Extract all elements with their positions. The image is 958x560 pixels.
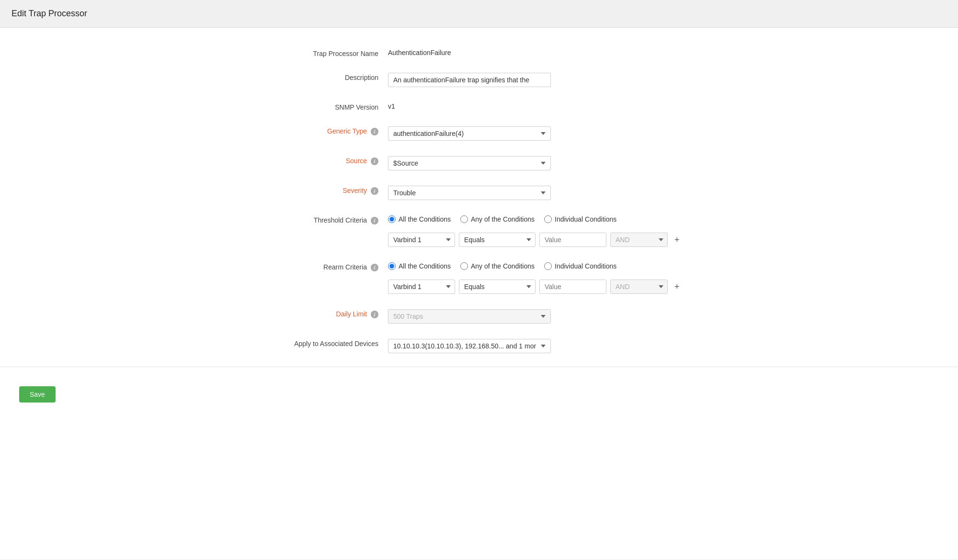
threshold-value-input[interactable] (539, 233, 606, 247)
page-title: Edit Trap Processor (11, 9, 87, 18)
threshold-criteria-row: Threshold Criteria i All the Conditions … (283, 213, 675, 247)
rearm-criteria-label: Rearm Criteria i (283, 260, 388, 271)
rearm-radio-any-input[interactable] (460, 262, 468, 270)
snmp-version-text: v1 (388, 101, 395, 110)
generic-type-info-icon[interactable]: i (371, 128, 378, 135)
rearm-radio-individual-input[interactable] (544, 262, 552, 270)
source-value[interactable]: $Source $Destination $Enterprise (388, 154, 675, 170)
threshold-radio-all-label: All the Conditions (399, 215, 451, 223)
source-select[interactable]: $Source $Destination $Enterprise (388, 156, 551, 170)
threshold-criteria-label: Threshold Criteria i (283, 213, 388, 224)
description-value[interactable] (388, 71, 675, 87)
threshold-radio-any-input[interactable] (460, 215, 468, 223)
description-input[interactable] (388, 73, 551, 87)
rearm-radio-group: All the Conditions Any of the Conditions… (388, 262, 683, 270)
rearm-criteria-inputs: Varbind 1 Equals AND + (388, 280, 683, 294)
rearm-radio-all-input[interactable] (388, 262, 396, 270)
snmp-version-row: SNMP Version v1 (283, 101, 675, 111)
rearm-radio-all[interactable]: All the Conditions (388, 262, 451, 270)
rearm-info-icon[interactable]: i (371, 264, 378, 271)
generic-type-label: Generic Type i (283, 124, 388, 135)
source-row: Source i $Source $Destination $Enterpris… (283, 154, 675, 170)
threshold-equals-select[interactable]: Equals (459, 233, 536, 247)
rearm-radio-all-label: All the Conditions (399, 262, 451, 270)
threshold-radio-individual-input[interactable] (544, 215, 552, 223)
severity-value[interactable]: Trouble Critical Major Minor Warning Inf… (388, 184, 675, 200)
threshold-and-select[interactable]: AND (610, 233, 668, 247)
severity-row: Severity i Trouble Critical Major Minor … (283, 184, 675, 200)
trap-processor-name-text: AuthenticationFailure (388, 48, 451, 56)
generic-type-value[interactable]: authenticationFailure(4) coldStart(0) wa… (388, 124, 675, 141)
daily-limit-row: Daily Limit i 500 Traps (283, 307, 675, 324)
threshold-criteria-section: All the Conditions Any of the Conditions… (388, 215, 683, 247)
threshold-radio-any-label: Any of the Conditions (471, 215, 535, 223)
daily-limit-value[interactable]: 500 Traps (388, 307, 675, 324)
threshold-radio-individual[interactable]: Individual Conditions (544, 215, 616, 223)
rearm-add-button[interactable]: + (672, 281, 683, 293)
trap-processor-name-row: Trap Processor Name AuthenticationFailur… (283, 47, 675, 57)
apply-devices-label: Apply to Associated Devices (283, 337, 388, 347)
rearm-criteria-section: All the Conditions Any of the Conditions… (388, 262, 683, 294)
rearm-criteria-row: Rearm Criteria i All the Conditions Any … (283, 260, 675, 294)
snmp-version-value: v1 (388, 101, 675, 110)
daily-limit-info-icon[interactable]: i (371, 311, 378, 318)
threshold-radio-all[interactable]: All the Conditions (388, 215, 451, 223)
rearm-radio-any-label: Any of the Conditions (471, 262, 535, 270)
page-header: Edit Trap Processor (0, 0, 958, 28)
description-row: Description (283, 71, 675, 87)
severity-label: Severity i (283, 184, 388, 195)
threshold-radio-any[interactable]: Any of the Conditions (460, 215, 535, 223)
snmp-version-label: SNMP Version (283, 101, 388, 111)
threshold-criteria-inputs: Varbind 1 Equals AND + (388, 233, 683, 247)
threshold-info-icon[interactable]: i (371, 217, 378, 224)
threshold-varbind-select[interactable]: Varbind 1 (388, 233, 455, 247)
rearm-radio-individual[interactable]: Individual Conditions (544, 262, 616, 270)
trap-processor-name-label: Trap Processor Name (283, 47, 388, 57)
rearm-value-input[interactable] (539, 280, 606, 294)
rearm-and-select[interactable]: AND (610, 280, 668, 294)
rearm-varbind-select[interactable]: Varbind 1 (388, 280, 455, 294)
form-container: Trap Processor Name AuthenticationFailur… (263, 47, 695, 353)
apply-devices-select[interactable]: 10.10.10.3(10.10.10.3), 192.168.50... an… (388, 339, 551, 353)
generic-type-row: Generic Type i authenticationFailure(4) … (283, 124, 675, 141)
threshold-radio-all-input[interactable] (388, 215, 396, 223)
trap-processor-name-value: AuthenticationFailure (388, 47, 675, 56)
generic-type-select[interactable]: authenticationFailure(4) coldStart(0) wa… (388, 126, 551, 141)
source-info-icon[interactable]: i (371, 157, 378, 165)
main-content: Trap Processor Name AuthenticationFailur… (0, 28, 958, 559)
severity-select[interactable]: Trouble Critical Major Minor Warning Inf… (388, 186, 551, 200)
rearm-equals-select[interactable]: Equals (459, 280, 536, 294)
apply-devices-value[interactable]: 10.10.10.3(10.10.10.3), 192.168.50... an… (388, 337, 675, 353)
form-divider (0, 367, 958, 367)
severity-info-icon[interactable]: i (371, 187, 378, 195)
rearm-radio-any[interactable]: Any of the Conditions (460, 262, 535, 270)
threshold-criteria-value: All the Conditions Any of the Conditions… (388, 213, 683, 247)
save-button[interactable]: Save (19, 386, 56, 403)
apply-devices-row: Apply to Associated Devices 10.10.10.3(1… (283, 337, 675, 353)
description-label: Description (283, 71, 388, 81)
rearm-criteria-value: All the Conditions Any of the Conditions… (388, 260, 683, 294)
daily-limit-label: Daily Limit i (283, 307, 388, 318)
source-label: Source i (283, 154, 388, 165)
rearm-radio-individual-label: Individual Conditions (555, 262, 616, 270)
save-area: Save (0, 377, 958, 412)
threshold-radio-group: All the Conditions Any of the Conditions… (388, 215, 683, 223)
threshold-add-button[interactable]: + (672, 234, 683, 246)
threshold-radio-individual-label: Individual Conditions (555, 215, 616, 223)
daily-limit-select[interactable]: 500 Traps (388, 309, 551, 324)
